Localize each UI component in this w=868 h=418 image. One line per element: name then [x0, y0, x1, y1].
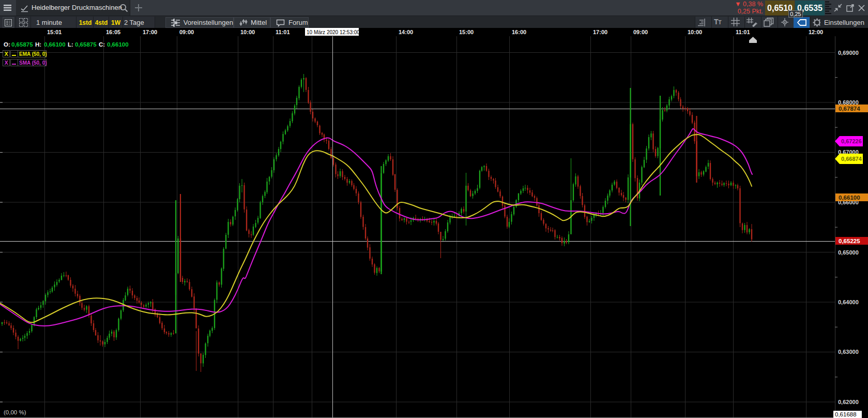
svg-text:0,61688: 0,61688	[835, 411, 857, 417]
svg-text:L:: L:	[68, 41, 73, 48]
svg-text:0,66874: 0,66874	[841, 156, 862, 162]
svg-text:14:00: 14:00	[399, 29, 413, 35]
svg-text:10 März 2020 12:53:00: 10 März 2020 12:53:00	[307, 29, 360, 35]
svg-text:11:01: 11:01	[276, 29, 290, 35]
svg-text:O:: O:	[4, 41, 10, 48]
svg-text:12:00: 12:00	[809, 29, 823, 35]
svg-text:09:00: 09:00	[179, 29, 194, 35]
svg-text:H:: H:	[35, 41, 41, 48]
svg-text:X: X	[5, 59, 9, 66]
svg-text:17:00: 17:00	[143, 29, 157, 35]
svg-text:0,66100: 0,66100	[107, 41, 129, 48]
svg-text:0,65225: 0,65225	[839, 238, 860, 244]
svg-text:C:: C:	[99, 41, 105, 48]
svg-text:0,67874: 0,67874	[839, 106, 860, 112]
svg-text:17:00: 17:00	[593, 29, 607, 35]
svg-text:SMA (50, 0): SMA (50, 0)	[19, 60, 47, 66]
svg-text:0,67226: 0,67226	[841, 138, 862, 144]
svg-text:0,65875: 0,65875	[11, 41, 33, 48]
svg-text:0,66100: 0,66100	[44, 41, 66, 48]
svg-text:15:00: 15:00	[459, 29, 474, 35]
svg-text:(0,00 %): (0,00 %)	[4, 409, 26, 415]
svg-text:X: X	[5, 51, 9, 57]
svg-text:10:00: 10:00	[240, 29, 255, 35]
svg-text:09:00: 09:00	[633, 29, 648, 35]
svg-text:0,65000: 0,65000	[838, 249, 859, 256]
svg-text:0,64000: 0,64000	[838, 299, 859, 305]
svg-text:10:00: 10:00	[688, 29, 702, 35]
svg-text:11:01: 11:01	[736, 29, 750, 35]
svg-text:0,62000: 0,62000	[838, 399, 859, 405]
svg-text:16:05: 16:05	[106, 29, 120, 35]
svg-text:EMA (50, 0): EMA (50, 0)	[19, 51, 47, 57]
svg-text:15:01: 15:01	[47, 29, 62, 35]
svg-text:0,66100: 0,66100	[839, 195, 860, 201]
svg-text:16:00: 16:00	[512, 29, 526, 35]
svg-text:0,63000: 0,63000	[838, 349, 859, 355]
svg-text:0,69000: 0,69000	[838, 50, 859, 56]
svg-text:0,65875: 0,65875	[75, 41, 97, 48]
